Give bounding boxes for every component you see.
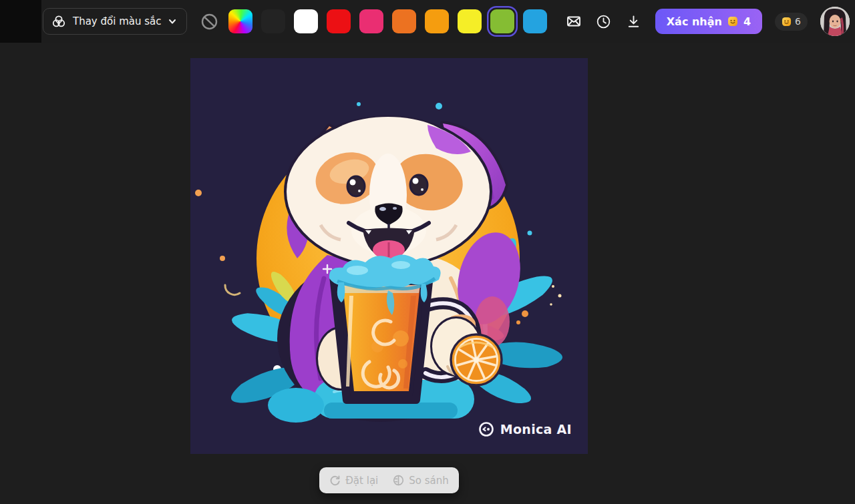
reset-icon bbox=[329, 475, 341, 486]
color-swatches bbox=[228, 9, 547, 33]
watermark: Monica AI bbox=[478, 421, 572, 437]
coin-icon bbox=[727, 16, 738, 27]
generated-image: Monica AI bbox=[190, 58, 588, 454]
chevron-down-icon bbox=[168, 17, 177, 26]
toolbar: Thay đổi màu sắc bbox=[0, 0, 855, 43]
swatch-pink[interactable] bbox=[359, 9, 383, 33]
coin-icon bbox=[782, 17, 792, 27]
swatch-blue[interactable] bbox=[523, 9, 547, 33]
change-color-label: Thay đổi màu sắc bbox=[73, 15, 161, 27]
reset-label: Đặt lại bbox=[345, 475, 378, 487]
download-icon[interactable] bbox=[625, 13, 643, 30]
reset-button[interactable]: Đặt lại bbox=[329, 475, 378, 487]
compare-button[interactable]: So sánh bbox=[393, 475, 449, 487]
credits-count: 6 bbox=[795, 16, 801, 27]
monica-logo-icon bbox=[478, 421, 494, 437]
confirm-button[interactable]: Xác nhận 4 bbox=[655, 9, 762, 34]
swatch-black[interactable] bbox=[261, 9, 285, 33]
confirm-cost: 4 bbox=[743, 15, 751, 28]
toolbar-right: Xác nhận 4 bbox=[565, 7, 855, 36]
window-corner bbox=[0, 0, 41, 43]
mail-icon[interactable] bbox=[565, 13, 582, 30]
dog-juice-illustration bbox=[190, 58, 588, 454]
swatch-amber[interactable] bbox=[425, 9, 449, 33]
watermark-text: Monica AI bbox=[500, 422, 572, 437]
change-color-dropdown[interactable]: Thay đổi màu sắc bbox=[43, 8, 187, 35]
history-icon[interactable] bbox=[595, 13, 613, 30]
swatch-rainbow[interactable] bbox=[228, 9, 252, 33]
no-color-button[interactable] bbox=[200, 12, 218, 31]
swatch-white[interactable] bbox=[294, 9, 318, 33]
swatch-green[interactable] bbox=[490, 9, 514, 33]
swatch-yellow[interactable] bbox=[458, 9, 482, 33]
confirm-label: Xác nhận bbox=[667, 15, 722, 28]
credits-pill[interactable]: 6 bbox=[775, 13, 808, 31]
user-avatar[interactable] bbox=[820, 7, 850, 36]
color-blend-icon bbox=[51, 14, 66, 29]
footer-actions: Đặt lại So sánh bbox=[319, 467, 459, 493]
compare-label: So sánh bbox=[409, 475, 449, 487]
swatch-orange[interactable] bbox=[392, 9, 416, 33]
swatch-red[interactable] bbox=[327, 9, 351, 33]
compare-icon bbox=[393, 475, 404, 486]
